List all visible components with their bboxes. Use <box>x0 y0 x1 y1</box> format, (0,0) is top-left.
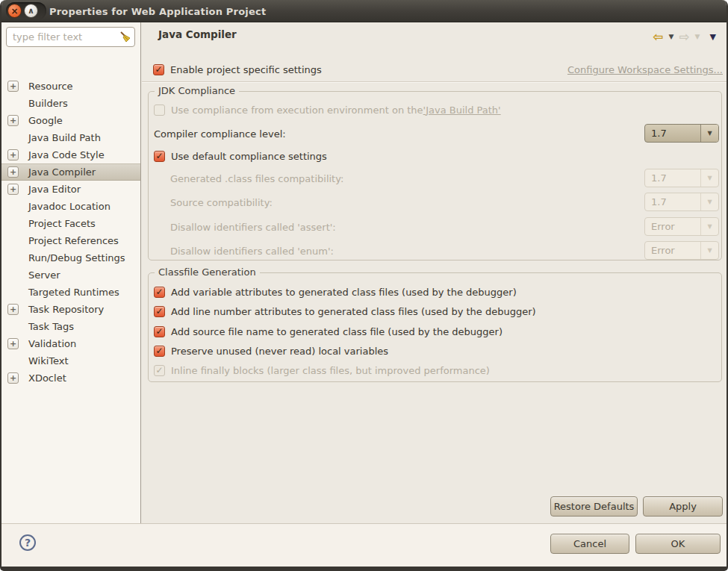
restore-defaults-button[interactable]: Restore Defaults <box>550 496 638 517</box>
filter-field-wrap <box>6 27 135 47</box>
classfile-generation-legend: Classfile Generation <box>155 266 260 278</box>
use-compliance-from-env-label: Use compliance from execution environmen… <box>171 104 423 116</box>
preferences-tree: +Resource Builders +Google Java Build Pa… <box>1 50 140 523</box>
expander-plus-icon[interactable]: + <box>7 372 19 384</box>
dialog-content: +Resource Builders +Google Java Build Pa… <box>1 22 727 523</box>
sidebar-item-resource[interactable]: +Resource <box>1 78 140 95</box>
use-compliance-from-env-row: Use compliance from execution environmen… <box>154 102 501 117</box>
jdk-compliance-legend: JDK Compliance <box>155 85 239 96</box>
configure-workspace-settings-link[interactable]: Configure Workspace Settings... <box>567 64 723 75</box>
close-window-icon[interactable]: × <box>7 4 22 18</box>
preferences-sidebar: +Resource Builders +Google Java Build Pa… <box>1 22 141 523</box>
forward-history-dropdown-icon: ▼ <box>695 34 700 40</box>
use-compliance-from-env-checkbox <box>154 104 165 116</box>
expander-plus-icon[interactable]: + <box>7 115 19 126</box>
preserve-unused-locals-checkbox[interactable]: ✓ <box>154 346 165 357</box>
generated-class-files-row: Generated .class files compatibility: <box>170 171 343 186</box>
window-buttons: × ∧ <box>6 2 46 19</box>
add-source-file-name-checkbox[interactable]: ✓ <box>154 326 165 337</box>
sidebar-item-java-editor[interactable]: +Java Editor <box>1 181 140 198</box>
disallow-enum-row: Disallow identifiers called 'enum': <box>170 243 334 258</box>
add-variable-attributes-checkbox[interactable]: ✓ <box>154 287 165 298</box>
use-default-compliance-label: Use default compliance settings <box>171 151 327 162</box>
inline-finally-blocks-row: ✓ Inline finally blocks (larger class fi… <box>154 363 490 378</box>
properties-dialog: × ∧ Properties for Web Application Proje… <box>0 0 728 571</box>
sidebar-item-run-debug-settings[interactable]: Run/Debug Settings <box>1 249 140 266</box>
expander-plus-icon[interactable]: + <box>7 149 19 160</box>
header-separator <box>142 81 727 83</box>
sidebar-item-javadoc-location[interactable]: Javadoc Location <box>1 198 140 215</box>
titlebar: × ∧ Properties for Web Application Proje… <box>1 0 727 22</box>
use-default-compliance-checkbox[interactable]: ✓ <box>154 151 165 162</box>
sidebar-item-builders[interactable]: Builders <box>1 95 140 112</box>
source-compatibility-row: Source compatibility: <box>170 195 273 210</box>
sidebar-item-google[interactable]: +Google <box>1 112 140 129</box>
combo-dropdown-icon[interactable]: ▼ <box>700 125 718 142</box>
enable-project-settings-label: Enable project specific settings <box>170 64 322 75</box>
jdk-compliance-group: JDK Compliance Use compliance from execu… <box>148 91 722 260</box>
sidebar-item-java-code-style[interactable]: +Java Code Style <box>1 146 140 163</box>
preserve-unused-locals-row: ✓ Preserve unused (never read) local var… <box>154 343 388 358</box>
view-menu-icon[interactable]: ▼ <box>710 34 716 40</box>
combo-dropdown-icon: ▼ <box>700 218 718 235</box>
sidebar-item-project-facets[interactable]: Project Facets <box>1 215 140 232</box>
compiler-compliance-label: Compiler compliance level: <box>154 128 286 140</box>
filter-input[interactable] <box>6 27 135 47</box>
java-compiler-page: Java Compiler ⇦ ▼ ⇨ ▼ ▼ ✓ Enable project… <box>142 22 727 523</box>
compiler-compliance-select[interactable]: 1.7 ▼ <box>644 124 719 143</box>
enable-project-settings-checkbox[interactable]: ✓ <box>153 64 164 75</box>
sidebar-item-project-references[interactable]: Project References <box>1 232 140 249</box>
add-line-number-attributes-row: ✓ Add line number attributes to generate… <box>154 304 536 319</box>
combo-dropdown-icon: ▼ <box>700 169 718 187</box>
add-source-file-name-row: ✓ Add source file name to generated clas… <box>154 324 503 339</box>
sidebar-item-task-tags[interactable]: Task Tags <box>1 318 140 335</box>
expander-plus-icon[interactable]: + <box>7 184 19 195</box>
source-compatibility-select: 1.7 ▼ <box>644 193 719 211</box>
sidebar-item-task-repository[interactable]: +Task Repository <box>1 301 140 318</box>
ok-button[interactable]: OK <box>635 534 721 554</box>
sidebar-item-targeted-runtimes[interactable]: Targeted Runtimes <box>1 284 140 301</box>
page-navigation: ⇦ ▼ ⇨ ▼ ▼ <box>653 31 716 43</box>
enable-project-settings-row: ✓ Enable project specific settings <box>153 62 322 77</box>
sidebar-item-server[interactable]: Server <box>1 266 140 284</box>
disallow-assert-select: Error ▼ <box>644 217 719 236</box>
dialog-button-bar: ? Cancel OK <box>1 523 727 567</box>
disallow-enum-select: Error ▼ <box>644 241 719 260</box>
sidebar-item-validation[interactable]: +Validation <box>1 335 140 352</box>
sidebar-item-xdoclet[interactable]: +XDoclet <box>1 369 140 387</box>
forward-arrow-icon: ⇨ <box>679 31 689 43</box>
clear-filter-icon[interactable] <box>119 31 131 43</box>
add-variable-attributes-row: ✓ Add variable attributes to generated c… <box>154 284 517 299</box>
window-title: Properties for Web Application Project <box>49 0 266 22</box>
java-build-path-link: 'Java Build Path' <box>423 104 501 116</box>
apply-button[interactable]: Apply <box>643 496 723 517</box>
back-arrow-icon[interactable]: ⇦ <box>653 31 663 43</box>
help-icon[interactable]: ? <box>19 534 36 551</box>
classfile-generation-group: Classfile Generation ✓ Add variable attr… <box>148 272 722 382</box>
expander-plus-icon[interactable]: + <box>7 166 19 178</box>
compiler-compliance-row: Compiler compliance level: <box>154 126 286 141</box>
sidebar-item-java-compiler[interactable]: +Java Compiler <box>1 163 140 181</box>
expander-plus-icon[interactable]: + <box>7 304 19 315</box>
inline-finally-blocks-checkbox: ✓ <box>154 365 165 376</box>
sidebar-item-wikitext[interactable]: WikiText <box>1 352 140 369</box>
page-title: Java Compiler <box>158 28 237 40</box>
unmaximize-window-icon[interactable]: ∧ <box>24 4 38 18</box>
combo-dropdown-icon: ▼ <box>700 193 718 210</box>
add-line-number-attributes-checkbox[interactable]: ✓ <box>154 306 165 317</box>
expander-plus-icon[interactable]: + <box>7 338 19 349</box>
use-default-compliance-row: ✓ Use default compliance settings <box>154 149 327 163</box>
back-history-dropdown-icon[interactable]: ▼ <box>668 34 673 40</box>
expander-plus-icon[interactable]: + <box>7 81 19 92</box>
generated-class-files-select: 1.7 ▼ <box>644 169 719 187</box>
combo-dropdown-icon: ▼ <box>700 242 718 259</box>
disallow-assert-row: Disallow identifiers called 'assert': <box>170 219 336 234</box>
sidebar-item-java-build-path[interactable]: Java Build Path <box>1 129 140 146</box>
cancel-button[interactable]: Cancel <box>550 534 629 554</box>
